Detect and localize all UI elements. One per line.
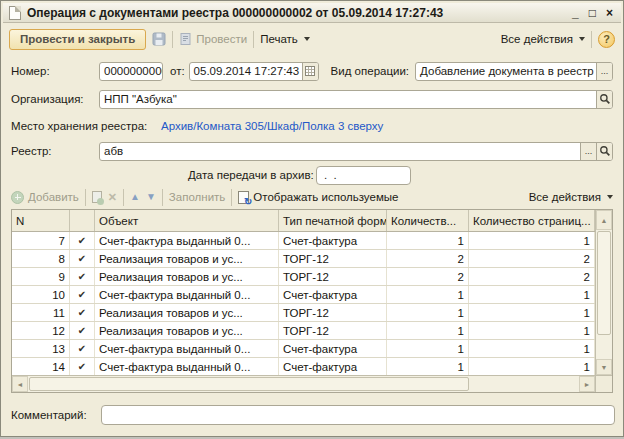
all-actions-button[interactable]: Все действия — [501, 33, 585, 45]
cell-pages[interactable]: 2 — [469, 268, 595, 285]
post-button[interactable]: Провести — [179, 32, 247, 46]
cell-n[interactable]: 7 — [12, 232, 70, 249]
show-used-button[interactable]: ↻ Отображать используемые — [238, 191, 398, 204]
cell-form-type[interactable]: ТОРГ-12 — [279, 304, 387, 321]
close-button[interactable]: × — [606, 6, 613, 20]
table-row[interactable]: 14 ✔ Счет-фактура выданный 0... Счет-фак… — [12, 358, 595, 375]
cell-qty[interactable]: 2 — [387, 268, 469, 285]
maximize-button[interactable]: □ — [589, 6, 596, 20]
copy-row-icon[interactable] — [92, 191, 102, 203]
header-object[interactable]: Объект — [95, 210, 279, 231]
cell-n[interactable]: 10 — [12, 286, 70, 303]
organization-field[interactable]: НПП "Азбука" — [100, 91, 596, 108]
cell-qty[interactable]: 1 — [387, 232, 469, 249]
horizontal-scroll-track[interactable] — [470, 376, 579, 392]
cell-qty[interactable]: 1 — [387, 358, 469, 375]
scroll-left-button[interactable]: ◄ — [12, 376, 28, 392]
date-field[interactable]: 05.09.2014 17:27:43 — [190, 63, 302, 80]
cell-object[interactable]: Реализация товаров и ус... — [95, 250, 279, 267]
cell-pages[interactable]: 1 — [469, 232, 595, 249]
cell-object[interactable]: Счет-фактура выданный 0... — [95, 358, 279, 375]
table-row[interactable]: 13 ✔ Счет-фактура выданный 0... Счет-фак… — [12, 340, 595, 358]
table-row[interactable]: 10 ✔ Счет-фактура выданный 0... Счет-фак… — [12, 286, 595, 304]
cell-object[interactable]: Реализация товаров и ус... — [95, 322, 279, 339]
cell-form-type[interactable]: ТОРГ-12 — [279, 268, 387, 285]
vertical-scroll-thumb[interactable] — [597, 231, 611, 335]
cell-check[interactable]: ✔ — [70, 304, 95, 321]
header-form-type[interactable]: Тип печатной формы — [279, 210, 387, 231]
header-n[interactable]: N — [12, 210, 70, 231]
delete-row-icon[interactable]: ✕ — [108, 191, 117, 204]
cell-n[interactable]: 13 — [12, 340, 70, 357]
cell-n[interactable]: 14 — [12, 358, 70, 375]
table-row[interactable]: 7 ✔ Счет-фактура выданный 0... Счет-факт… — [12, 232, 595, 250]
cell-check[interactable]: ✔ — [70, 358, 95, 375]
print-menu-button[interactable]: Печать — [260, 33, 310, 45]
organization-search-button[interactable] — [596, 91, 612, 108]
cell-form-type[interactable]: Счет-фактура — [279, 286, 387, 303]
table-row[interactable]: 11 ✔ Реализация товаров и ус... ТОРГ-12 … — [12, 304, 595, 322]
cell-check[interactable]: ✔ — [70, 286, 95, 303]
cell-object[interactable]: Счет-фактура выданный 0... — [95, 340, 279, 357]
cell-qty[interactable]: 1 — [387, 304, 469, 321]
table-row[interactable]: 8 ✔ Реализация товаров и ус... ТОРГ-12 2… — [12, 250, 595, 268]
registry-search-button[interactable] — [596, 143, 612, 160]
header-check[interactable] — [70, 210, 95, 231]
registry-field[interactable]: абв — [100, 143, 580, 160]
cell-qty[interactable]: 1 — [387, 340, 469, 357]
cell-check[interactable]: ✔ — [70, 250, 95, 267]
cell-pages[interactable]: 1 — [469, 340, 595, 357]
operation-more-button[interactable]: ... — [596, 63, 612, 80]
table-row[interactable]: 12 ✔ Реализация товаров и ус... ТОРГ-12 … — [12, 322, 595, 340]
cell-object[interactable]: Счет-фактура выданный 0... — [95, 232, 279, 249]
cell-n[interactable]: 8 — [12, 250, 70, 267]
cell-object[interactable]: Счет-фактура выданный 0... — [95, 286, 279, 303]
cell-form-type[interactable]: ТОРГ-12 — [279, 322, 387, 339]
cell-pages[interactable]: 1 — [469, 286, 595, 303]
horizontal-scroll-thumb[interactable] — [29, 377, 469, 391]
horizontal-scrollbar[interactable]: ◄ ► — [12, 375, 595, 392]
cell-pages[interactable]: 1 — [469, 304, 595, 321]
cell-object[interactable]: Реализация товаров и ус... — [95, 268, 279, 285]
header-pages[interactable]: Количество страниц... — [469, 210, 595, 231]
table-all-actions-button[interactable]: Все действия — [529, 191, 613, 203]
cell-check[interactable]: ✔ — [70, 268, 95, 285]
scroll-up-button[interactable]: ▲ — [596, 210, 612, 230]
move-down-icon[interactable]: ▼ — [146, 192, 156, 202]
comment-field[interactable] — [101, 405, 615, 425]
cell-check[interactable]: ✔ — [70, 322, 95, 339]
scroll-right-button[interactable]: ► — [579, 376, 595, 392]
cell-n[interactable]: 9 — [12, 268, 70, 285]
registry-more-button[interactable]: ... — [580, 143, 596, 160]
cell-pages[interactable]: 2 — [469, 250, 595, 267]
scroll-down-button[interactable]: ▼ — [596, 359, 612, 375]
help-button[interactable]: ? — [598, 31, 615, 48]
cell-object[interactable]: Реализация товаров и ус... — [95, 304, 279, 321]
vertical-scrollbar[interactable]: ▲ ▼ — [595, 210, 612, 375]
cell-form-type[interactable]: Счет-фактура — [279, 340, 387, 357]
table-row[interactable]: 9 ✔ Реализация товаров и ус... ТОРГ-12 2… — [12, 268, 595, 286]
storage-place-link[interactable]: Архив/Комната 305/Шкаф/Полка 3 сверху — [161, 120, 383, 132]
save-icon[interactable] — [152, 32, 166, 46]
cell-pages[interactable]: 1 — [469, 322, 595, 339]
minimize-button[interactable]: _ — [572, 6, 579, 20]
number-field[interactable]: 000000000002 — [99, 62, 163, 81]
cell-qty[interactable]: 2 — [387, 250, 469, 267]
archive-date-field[interactable]: . . — [316, 166, 411, 185]
add-row-button[interactable]: Добавить — [11, 191, 79, 204]
cell-form-type[interactable]: ТОРГ-12 — [279, 250, 387, 267]
calendar-button[interactable] — [302, 63, 318, 80]
header-qty[interactable]: Количеств... — [387, 210, 469, 231]
cell-qty[interactable]: 1 — [387, 322, 469, 339]
vertical-scroll-track[interactable] — [596, 336, 612, 359]
cell-n[interactable]: 12 — [12, 322, 70, 339]
cell-form-type[interactable]: Счет-фактура — [279, 358, 387, 375]
cell-pages[interactable]: 1 — [469, 358, 595, 375]
cell-qty[interactable]: 1 — [387, 286, 469, 303]
cell-form-type[interactable]: Счет-фактура — [279, 232, 387, 249]
cell-n[interactable]: 11 — [12, 304, 70, 321]
post-and-close-button[interactable]: Провести и закрыть — [9, 29, 146, 50]
fill-button[interactable]: Заполнить — [169, 191, 225, 203]
cell-check[interactable]: ✔ — [70, 340, 95, 357]
cell-check[interactable]: ✔ — [70, 232, 95, 249]
